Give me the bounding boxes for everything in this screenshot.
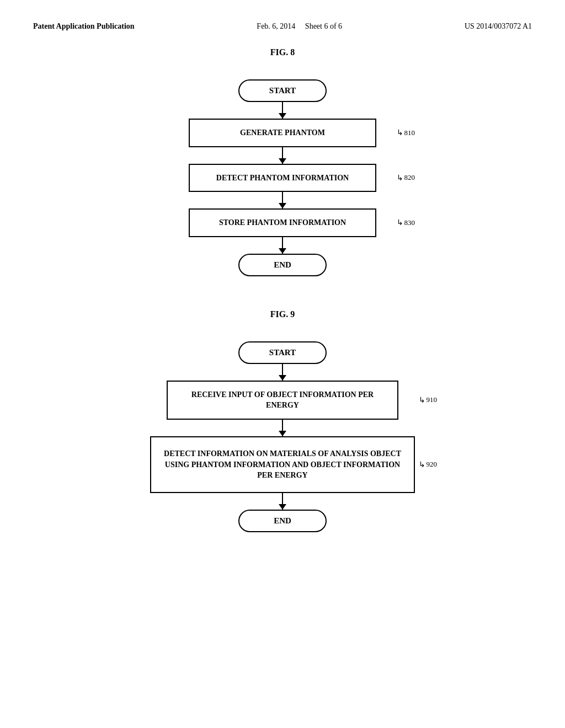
fig8-start-row: START (33, 79, 532, 102)
fig9-flowchart: START RECEIVE INPUT OF OBJECT INFORMATIO… (33, 341, 532, 532)
fig9-920-node: DETECT INFORMATION ON MATERIALS OF ANALY… (150, 436, 415, 493)
fig8-arrow-1 (282, 102, 283, 119)
header-sheet: Sheet 6 of 6 (305, 22, 342, 30)
fig8-810-node: GENERATE PHANTOM (189, 119, 376, 147)
header-left: Patent Application Publication (33, 22, 135, 31)
header-right: US 2014/0037072 A1 (465, 22, 532, 31)
fig8-title: FIG. 8 (33, 47, 532, 57)
fig9-end-row: END (33, 510, 532, 532)
fig8-830-ref: ↳ 830 (397, 218, 415, 227)
fig8-end-node: END (238, 254, 327, 276)
fig9-arrow-1 (282, 364, 283, 381)
fig8-start-node: START (238, 79, 327, 102)
fig9-start-row: START (33, 341, 532, 364)
fig8-830-node: STORE PHANTOM INFORMATION (189, 208, 376, 237)
fig8-flowchart: START GENERATE PHANTOM ↳ 810 DETECT PHAN… (33, 79, 532, 276)
fig9-end-node: END (238, 510, 327, 532)
fig9-start-node: START (238, 341, 327, 364)
page-header: Patent Application Publication Feb. 6, 2… (33, 22, 532, 31)
fig9-title: FIG. 9 (33, 309, 532, 319)
fig9-910-ref: ↳ 910 (419, 395, 438, 405)
fig8-arrow-4 (282, 237, 283, 254)
header-date: Feb. 6, 2014 (257, 22, 295, 30)
fig8-820-node: DETECT PHANTOM INFORMATION (189, 164, 376, 192)
fig9-920-row: DETECT INFORMATION ON MATERIALS OF ANALY… (33, 436, 532, 493)
fig8-end-row: END (33, 254, 532, 276)
fig8-820-ref: ↳ 820 (397, 173, 415, 183)
fig9-910-row: RECEIVE INPUT OF OBJECT INFORMATION PER … (33, 381, 532, 420)
fig9-arrow-3 (282, 493, 283, 510)
fig9-920-ref: ↳ 920 (419, 460, 438, 469)
fig8-arrow-3 (282, 192, 283, 208)
fig9-arrow-2 (282, 420, 283, 436)
fig8-810-ref: ↳ 810 (397, 128, 415, 137)
header-center: Feb. 6, 2014 Sheet 6 of 6 (257, 22, 342, 31)
fig8-810-row: GENERATE PHANTOM ↳ 810 (33, 119, 532, 147)
fig8-820-row: DETECT PHANTOM INFORMATION ↳ 820 (33, 164, 532, 192)
page: Patent Application Publication Feb. 6, 2… (0, 0, 565, 728)
fig8-arrow-2 (282, 147, 283, 164)
fig8-830-row: STORE PHANTOM INFORMATION ↳ 830 (33, 208, 532, 237)
fig9-910-node: RECEIVE INPUT OF OBJECT INFORMATION PER … (167, 381, 398, 420)
